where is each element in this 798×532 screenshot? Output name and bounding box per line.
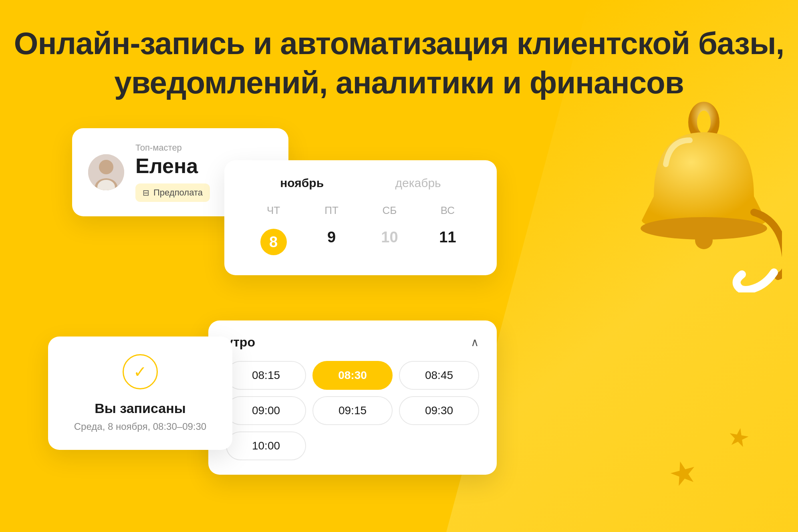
timeslots-card: утро ∧ 08:15 08:30 08:45 09:00 09:15 09:… (208, 320, 497, 475)
master-label: Топ-мастер (135, 143, 272, 153)
calendar-months: ноябрь декабрь (244, 176, 477, 190)
time-grid: 08:15 08:30 08:45 09:00 09:15 09:30 10:0… (226, 361, 479, 460)
time-slot-0915[interactable]: 09:15 (312, 396, 393, 425)
hook-decoration (737, 272, 774, 290)
check-circle: ✓ (123, 354, 158, 389)
day-sun: ВС (419, 204, 477, 217)
card-icon: ⊟ (143, 188, 149, 197)
cal-date-8[interactable]: 8 (244, 225, 302, 259)
chevron-up-icon[interactable]: ∧ (471, 336, 479, 349)
cal-date-11[interactable]: 11 (419, 225, 477, 259)
calendar-day-names: ЧТ ПТ СБ ВС (244, 204, 477, 217)
time-slot-1000[interactable]: 10:00 (226, 431, 306, 460)
star-2: ★ (725, 421, 752, 454)
day-thu: ЧТ (244, 204, 302, 217)
heading-line2: уведомлений, аналитики и финансов (0, 63, 798, 103)
time-slot-0845[interactable]: 08:45 (399, 361, 479, 390)
svg-point-1 (99, 160, 113, 174)
bell-clapper (695, 232, 713, 249)
calendar-dates: 8 9 10 11 (244, 225, 477, 259)
prepay-badge: ⊟ Предполата (135, 183, 210, 202)
cal-date-9[interactable]: 9 (302, 225, 361, 259)
cards-area: Топ-мастер Елена ⊟ Предполата ⓘ ноябрь д… (48, 128, 649, 489)
confirm-subtitle: Среда, 8 ноября, 08:30–09:30 (64, 421, 216, 432)
day-fri: ПТ (302, 204, 361, 217)
bell-svg (630, 100, 782, 292)
time-slot-0900[interactable]: 09:00 (226, 396, 306, 425)
time-slot-0930[interactable]: 09:30 (399, 396, 479, 425)
month-november: ноябрь (280, 176, 324, 190)
day-sat: СБ (361, 204, 419, 217)
master-avatar (88, 154, 124, 190)
time-section-header: утро ∧ (226, 335, 479, 350)
cal-date-8-selected[interactable]: 8 (260, 229, 287, 255)
prepay-label: Предполата (153, 187, 203, 198)
bell-decoration (630, 100, 782, 292)
month-december: декабрь (395, 176, 441, 190)
time-slot-0830[interactable]: 08:30 (312, 361, 393, 390)
check-mark-icon: ✓ (133, 363, 147, 381)
heading-block: Онлайн-запись и автоматизация клиентской… (0, 24, 798, 102)
star-1: ★ (665, 451, 702, 495)
calendar-card: ноябрь декабрь ЧТ ПТ СБ ВС 8 9 10 11 (224, 160, 497, 275)
confirm-title: Вы записаны (64, 401, 216, 416)
confirm-card: ✓ Вы записаны Среда, 8 ноября, 08:30–09:… (48, 337, 232, 450)
heading-line1: Онлайн-запись и автоматизация клиентской… (0, 24, 798, 63)
cal-date-10[interactable]: 10 (361, 225, 419, 259)
time-slot-0815[interactable]: 08:15 (226, 361, 306, 390)
